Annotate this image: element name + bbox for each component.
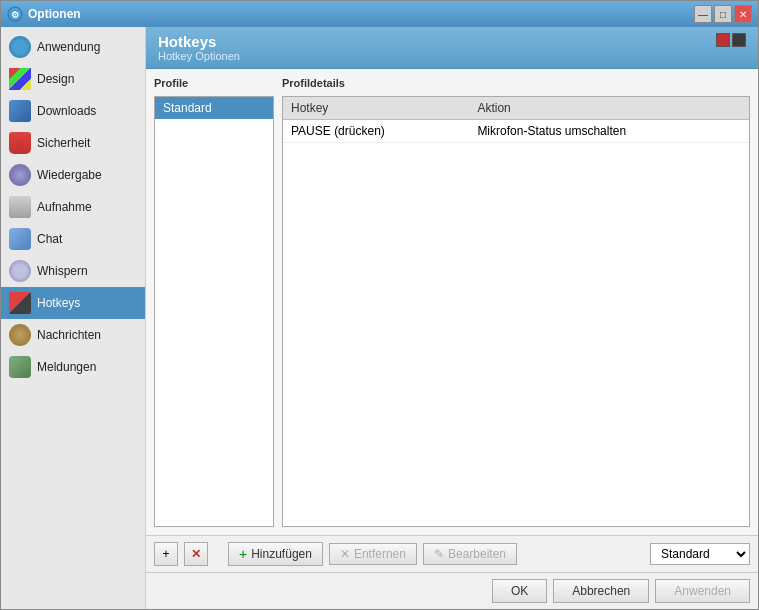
sidebar-item-wiedergabe[interactable]: Wiedergabe <box>1 159 145 191</box>
sicherheit-icon <box>9 132 31 154</box>
hotkey-cell: PAUSE (drücken) <box>283 120 469 143</box>
sidebar-item-sicherheit[interactable]: Sicherheit <box>1 127 145 159</box>
title-bar-left: ⚙ Optionen <box>7 6 81 22</box>
bottom-action-bar: + ✕ + Hinzufügen ✕ Entfernen ✎ Bearbeite… <box>146 535 758 572</box>
meldungen-icon <box>9 356 31 378</box>
sidebar-item-whispern-label: Whispern <box>37 264 88 278</box>
close-button[interactable]: ✕ <box>734 5 752 23</box>
wiedergabe-icon <box>9 164 31 186</box>
col-hotkey: Hotkey <box>283 97 469 120</box>
bearbeiten-label: Bearbeiten <box>448 547 506 561</box>
sidebar-item-hotkeys-label: Hotkeys <box>37 296 80 310</box>
profile-item-standard[interactable]: Standard <box>155 97 273 119</box>
bearbeiten-button[interactable]: ✎ Bearbeiten <box>423 543 517 565</box>
anwendung-icon <box>9 36 31 58</box>
hinzufuegen-button[interactable]: + Hinzufügen <box>228 542 323 566</box>
sidebar-item-downloads-label: Downloads <box>37 104 96 118</box>
chat-icon <box>9 228 31 250</box>
aktion-cell: Mikrofon-Status umschalten <box>469 120 749 143</box>
table-row: PAUSE (drücken)Mikrofon-Status umschalte… <box>283 120 749 143</box>
anwenden-button[interactable]: Anwenden <box>655 579 750 603</box>
entfernen-icon: ✕ <box>340 547 350 561</box>
sidebar-item-aufnahme[interactable]: Aufnahme <box>1 191 145 223</box>
sidebar-item-wiedergabe-label: Wiedergabe <box>37 168 102 182</box>
sidebar: AnwendungDesignDownloadsSicherheitWieder… <box>1 27 146 609</box>
main-window: ⚙ Optionen — □ ✕ AnwendungDesignDownload… <box>0 0 759 610</box>
dark-color-box <box>732 33 746 47</box>
hotkey-color-boxes <box>716 33 746 47</box>
svg-text:⚙: ⚙ <box>11 10 19 20</box>
sidebar-item-anwendung-label: Anwendung <box>37 40 100 54</box>
panel-title: Hotkeys <box>158 33 240 50</box>
sidebar-item-chat[interactable]: Chat <box>1 223 145 255</box>
profile-details-label: Profildetails <box>282 77 750 89</box>
minimize-button[interactable]: — <box>694 5 712 23</box>
sidebar-item-nachrichten-label: Nachrichten <box>37 328 101 342</box>
sidebar-item-whispern[interactable]: Whispern <box>1 255 145 287</box>
remove-profile-button[interactable]: ✕ <box>184 542 208 566</box>
design-icon <box>9 68 31 90</box>
aufnahme-icon <box>9 196 31 218</box>
profile-details-column: Profildetails Hotkey Aktion PAUSE (drück… <box>282 77 750 527</box>
red-color-box <box>716 33 730 47</box>
downloads-icon <box>9 100 31 122</box>
main-panel: Hotkeys Hotkey Optionen Profile <box>146 27 758 609</box>
sidebar-item-sicherheit-label: Sicherheit <box>37 136 90 150</box>
sidebar-item-design[interactable]: Design <box>1 63 145 95</box>
title-bar-controls: — □ ✕ <box>694 5 752 23</box>
sidebar-item-anwendung[interactable]: Anwendung <box>1 31 145 63</box>
ok-button[interactable]: OK <box>492 579 547 603</box>
col-aktion: Aktion <box>469 97 749 120</box>
content-area: AnwendungDesignDownloadsSicherheitWieder… <box>1 27 758 609</box>
abbrechen-button[interactable]: Abbrechen <box>553 579 649 603</box>
profile-list: Standard <box>154 96 274 527</box>
sidebar-item-aufnahme-label: Aufnahme <box>37 200 92 214</box>
hinzufuegen-icon: + <box>239 546 247 562</box>
title-bar: ⚙ Optionen — □ ✕ <box>1 1 758 27</box>
entfernen-button[interactable]: ✕ Entfernen <box>329 543 417 565</box>
remove-profile-icon: ✕ <box>191 547 201 561</box>
panel-header: Hotkeys Hotkey Optionen <box>146 27 758 69</box>
hotkey-table: Hotkey Aktion PAUSE (drücken)Mikrofon-St… <box>283 97 749 143</box>
sidebar-item-design-label: Design <box>37 72 74 86</box>
profile-select[interactable]: Standard <box>650 543 750 565</box>
panel-subtitle: Hotkey Optionen <box>158 50 240 62</box>
profiles-area: Profile Standard Profildetails Hotkey <box>146 69 758 535</box>
hotkey-table-wrapper: Hotkey Aktion PAUSE (drücken)Mikrofon-St… <box>282 96 750 527</box>
maximize-button[interactable]: □ <box>714 5 732 23</box>
window-title: Optionen <box>28 7 81 21</box>
profiles-column: Profile Standard <box>154 77 274 527</box>
hinzufuegen-label: Hinzufügen <box>251 547 312 561</box>
dialog-buttons: OK Abbrechen Anwenden <box>146 572 758 609</box>
entfernen-label: Entfernen <box>354 547 406 561</box>
sidebar-item-chat-label: Chat <box>37 232 62 246</box>
window-icon: ⚙ <box>7 6 23 22</box>
profiles-label: Profile <box>154 77 274 89</box>
add-profile-button[interactable]: + <box>154 542 178 566</box>
whispern-icon <box>9 260 31 282</box>
hotkeys-icon <box>9 292 31 314</box>
sidebar-item-nachrichten[interactable]: Nachrichten <box>1 319 145 351</box>
sidebar-item-meldungen[interactable]: Meldungen <box>1 351 145 383</box>
sidebar-item-meldungen-label: Meldungen <box>37 360 96 374</box>
sidebar-item-hotkeys[interactable]: Hotkeys <box>1 287 145 319</box>
bearbeiten-icon: ✎ <box>434 547 444 561</box>
nachrichten-icon <box>9 324 31 346</box>
add-profile-icon: + <box>162 547 169 561</box>
sidebar-item-downloads[interactable]: Downloads <box>1 95 145 127</box>
